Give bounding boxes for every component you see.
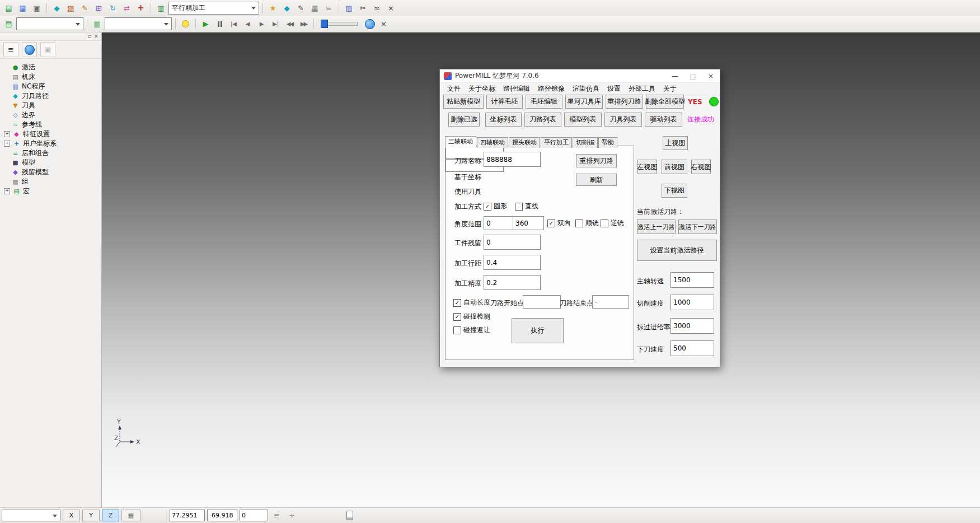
- play-icon[interactable]: ▶: [199, 18, 212, 30]
- toolbar-close-icon[interactable]: ×: [377, 18, 390, 30]
- tree-item-tool[interactable]: ▼刀具: [4, 101, 101, 110]
- print-icon[interactable]: ▣: [30, 2, 43, 14]
- rewind-icon[interactable]: ◀◀: [283, 18, 296, 30]
- expand-icon[interactable]: +: [4, 141, 10, 147]
- tab-tilt-head[interactable]: 摆头联动: [509, 137, 540, 148]
- calc-stock-button[interactable]: 计算毛坯: [486, 95, 523, 109]
- view-bottom-button[interactable]: 下视图: [662, 184, 687, 198]
- conventional-checkbox[interactable]: 逆铣: [601, 218, 624, 228]
- angle-from-input[interactable]: [484, 216, 515, 230]
- step-back-icon[interactable]: ◀: [241, 18, 254, 30]
- tab-parallel[interactable]: 平行加工: [541, 137, 572, 148]
- skim-feed-input[interactable]: [670, 318, 714, 334]
- simulate-icon[interactable]: ◆: [280, 2, 293, 14]
- menu-about-coord[interactable]: 关于坐标: [465, 83, 499, 95]
- statusbar-dropdown[interactable]: [2, 510, 60, 521]
- pencil-icon[interactable]: ✎: [78, 2, 91, 14]
- expand-icon[interactable]: +: [4, 131, 10, 137]
- boundary-icon[interactable]: ▧: [64, 2, 77, 14]
- mirror-icon[interactable]: ⇄: [120, 2, 133, 14]
- set-active-path-button[interactable]: 设置当前激活路径: [637, 240, 717, 261]
- menu-path-edit[interactable]: 路径编辑: [499, 83, 534, 95]
- start-point-input[interactable]: [523, 295, 561, 309]
- stock-edit-button[interactable]: 毛坯编辑: [526, 95, 562, 109]
- save-icon[interactable]: ▦: [16, 2, 29, 14]
- globe-icon[interactable]: [22, 42, 37, 57]
- tree-item-machine[interactable]: ▤机床: [4, 72, 101, 82]
- tab-help[interactable]: 帮助: [598, 137, 617, 148]
- powermill-layers-icon[interactable]: ▤: [2, 2, 15, 14]
- stats-icon[interactable]: ▧: [343, 2, 355, 14]
- tree-item-boundary[interactable]: ◇边界: [4, 110, 101, 120]
- minimize-icon[interactable]: —: [666, 70, 684, 82]
- mode-circle-checkbox[interactable]: 圆形: [484, 202, 507, 211]
- paste-new-model-button[interactable]: 粘贴新模型: [443, 95, 484, 109]
- tolerance-input[interactable]: [484, 275, 541, 290]
- strategies-icon[interactable]: ▥: [154, 2, 167, 14]
- measure-icon[interactable]: ≡: [322, 2, 335, 14]
- delete-all-models-button[interactable]: 删除全部模型: [646, 95, 684, 109]
- view-icon[interactable]: ∞: [371, 2, 383, 14]
- rearrange-button[interactable]: 重排列刀路: [576, 154, 617, 167]
- activate-prev-button[interactable]: 激活上一刀路: [637, 220, 676, 234]
- spindle-speed-input[interactable]: [670, 272, 714, 288]
- toolbar-close-icon[interactable]: ×: [385, 2, 397, 14]
- tree-item-levels[interactable]: ≡层和组合: [4, 148, 101, 158]
- tree-item-nc-program[interactable]: ▥NC程序: [4, 82, 101, 91]
- bidirectional-checkbox[interactable]: 双向: [547, 218, 571, 228]
- lightbulb-icon[interactable]: [179, 18, 192, 30]
- delete-selected-button[interactable]: 删除已选: [448, 113, 480, 127]
- menu-external-tools[interactable]: 外部工具: [625, 83, 659, 95]
- panel-close-icon[interactable]: ×: [94, 33, 99, 39]
- rearrange-toolpath-button[interactable]: 重排列刀路: [606, 95, 643, 109]
- tool-list-button[interactable]: 刀具列表: [604, 113, 642, 127]
- tree-item-model[interactable]: ■模型: [4, 158, 101, 167]
- tree-item-group[interactable]: ▦组: [4, 177, 101, 186]
- expand-icon[interactable]: +: [4, 188, 10, 194]
- pane-toggle-icon[interactable]: [343, 510, 356, 521]
- pause-icon[interactable]: [213, 18, 226, 30]
- view-right-button[interactable]: 右视图: [691, 160, 711, 174]
- view-left-button[interactable]: 左视图: [637, 160, 657, 174]
- edit-icon[interactable]: ✎: [294, 2, 307, 14]
- menu-settings[interactable]: 设置: [603, 83, 625, 95]
- tree-item-workplane[interactable]: ++用户坐标系: [4, 139, 101, 148]
- stepover-input[interactable]: [484, 255, 541, 270]
- simulation-speed-slider[interactable]: [321, 22, 358, 26]
- maximize-icon[interactable]: □: [684, 70, 702, 82]
- rotate-icon[interactable]: ↻: [106, 2, 119, 14]
- end-point-input[interactable]: [592, 295, 629, 309]
- clock-icon[interactable]: [363, 18, 376, 30]
- angle-to-input[interactable]: [513, 216, 544, 230]
- menu-path-mirror[interactable]: 路径镜像: [534, 83, 569, 95]
- pin-icon[interactable]: ▫: [88, 33, 92, 39]
- menu-render-sim[interactable]: 渲染仿真: [569, 83, 603, 95]
- collision-avoid-checkbox[interactable]: 碰撞避让: [453, 325, 490, 335]
- menu-file[interactable]: 文件: [443, 83, 465, 95]
- mode-line-checkbox[interactable]: 直线: [515, 202, 538, 211]
- workplane-icon[interactable]: ⊞: [92, 2, 105, 14]
- tree-item-pattern[interactable]: ≈参考线: [4, 120, 101, 129]
- stock-input[interactable]: [484, 235, 541, 250]
- toolpath-dropdown[interactable]: [105, 17, 172, 30]
- view-top-button[interactable]: 上视图: [663, 136, 688, 150]
- coord-x-input[interactable]: [170, 510, 205, 521]
- refresh-button[interactable]: 刷新: [576, 174, 617, 186]
- cutting-speed-input[interactable]: [670, 295, 714, 310]
- close-icon[interactable]: ×: [702, 70, 720, 82]
- cursor-icon[interactable]: +: [285, 510, 298, 521]
- dialog-titlebar[interactable]: PowerMILL 忆梦星河 7.0.6 — □ ×: [440, 69, 720, 83]
- powermill-layers-icon[interactable]: ▤: [2, 18, 15, 30]
- list-icon[interactable]: ≡: [270, 510, 283, 521]
- x-axis-button[interactable]: X: [63, 510, 80, 521]
- slider-handle[interactable]: [321, 20, 328, 28]
- execute-button[interactable]: 执行: [512, 318, 564, 343]
- tab-3axis[interactable]: 三轴联动: [445, 136, 476, 148]
- tool-create-icon[interactable]: ★: [266, 2, 279, 14]
- step-forward-icon[interactable]: ▶: [255, 18, 268, 30]
- strategy-dropdown[interactable]: 平行精加工: [168, 2, 259, 15]
- coord-y-input[interactable]: [207, 510, 237, 521]
- activate-next-button[interactable]: 激活下一刀路: [678, 220, 717, 234]
- tree-item-feature-set[interactable]: +◆特征设置: [4, 129, 101, 139]
- step-first-icon[interactable]: |◀: [227, 18, 240, 30]
